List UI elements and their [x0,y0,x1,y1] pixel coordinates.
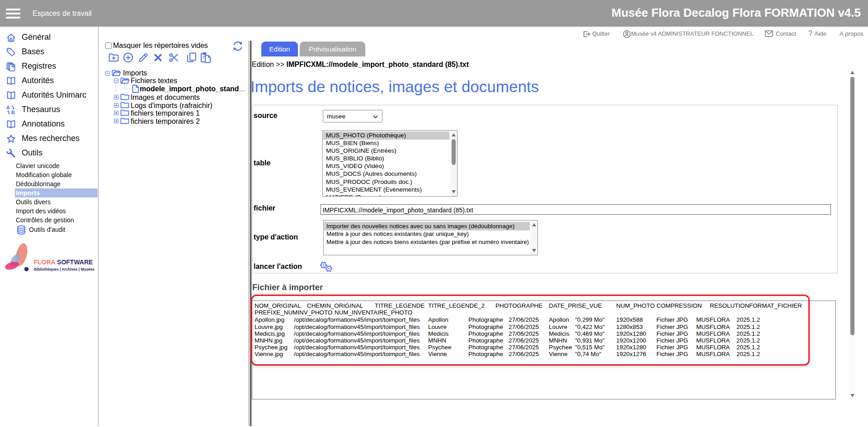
svg-text:Bibliothèques | Archives | Mus: Bibliothèques | Archives | Musées [34,267,94,272]
svg-text:FLORA SOFTWARE: FLORA SOFTWARE [34,258,93,266]
svg-text:A: A [6,105,10,110]
svg-text:B: B [11,110,15,115]
